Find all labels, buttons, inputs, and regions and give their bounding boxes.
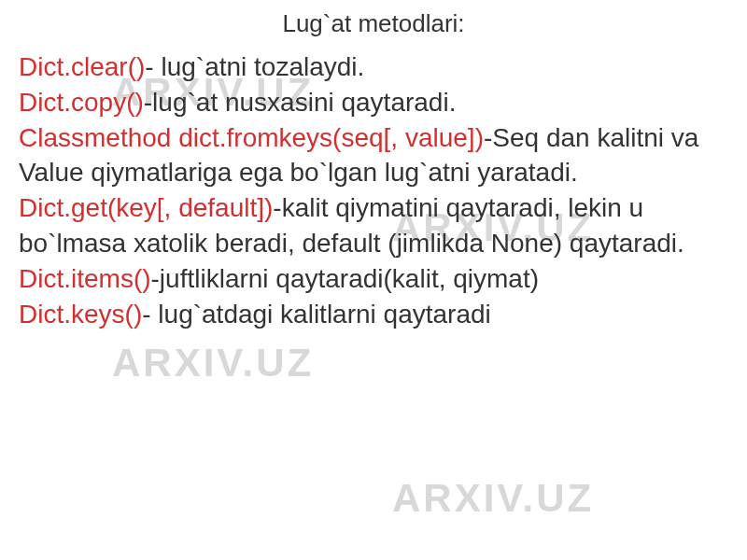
method-name: Dict.copy(): [19, 88, 144, 117]
method-line: Dict.copy()-lug`at nusxasini qaytaradi.: [19, 85, 728, 120]
method-desc: -juftliklarni qaytaradi(kalit, qiymat): [151, 264, 539, 293]
method-line: Classmethod dict.fromkeys(seq[, value])-…: [19, 120, 728, 191]
slide-content: Lug`at metodlari: Dict.clear()- lug`atni…: [0, 0, 747, 560]
method-name: Dict.clear(): [19, 52, 145, 81]
method-line: Dict.clear()- lug`atni tozalaydi.: [19, 49, 728, 85]
method-name: Dict.keys(): [19, 300, 142, 329]
method-line: Dict.get(key[, default])-kalit qiymatini…: [19, 190, 728, 261]
method-desc: - lug`atni tozalaydi.: [145, 52, 364, 81]
method-name: Dict.items(): [19, 264, 151, 293]
method-line: Dict.items()-juftliklarni qaytaradi(kali…: [19, 261, 728, 297]
slide-title: Lug`at metodlari:: [19, 9, 728, 38]
method-desc: -lug`at nusxasini qaytaradi.: [144, 88, 457, 117]
method-name: Classmethod dict.fromkeys(seq[, value]): [19, 123, 484, 152]
method-line: Dict.keys()- lug`atdagi kalitlarni qayta…: [19, 297, 728, 332]
method-desc: - lug`atdagi kalitlarni qaytaradi: [142, 300, 491, 329]
slide-body: Dict.clear()- lug`atni tozalaydi. Dict.c…: [19, 49, 728, 331]
method-name: Dict.get(key[, default]): [19, 193, 273, 222]
